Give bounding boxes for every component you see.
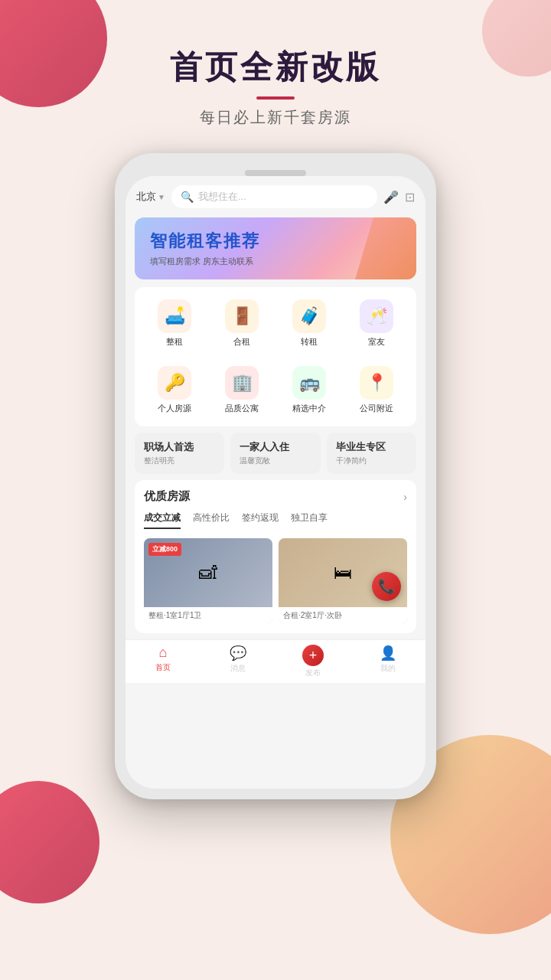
city-selector[interactable]: 北京 ▼	[136, 190, 165, 204]
apartment-icon: 🏢	[225, 366, 259, 400]
tab-chengjiao[interactable]: 成交立减	[144, 511, 181, 529]
bottom-nav: ⌂ 首页 💬 消息 + 发布 👤 我的	[126, 639, 425, 683]
main-title: 首页全新改版	[0, 46, 551, 89]
search-bar: 北京 ▼ 🔍 我想住在... 🎤 ⊡	[126, 176, 425, 217]
nearby-label: 公司附近	[360, 403, 393, 414]
search-placeholder: 我想住在...	[198, 190, 246, 204]
feature-workplace-title: 职场人首选	[144, 440, 215, 454]
mine-label: 我的	[380, 663, 396, 674]
listing-badge-1: 立减800	[148, 543, 181, 556]
phone-mockup: 北京 ▼ 🔍 我想住在... 🎤 ⊡ 智能租客推荐	[115, 153, 436, 799]
home-icon: ⌂	[159, 645, 168, 661]
message-icon: 💬	[230, 645, 246, 662]
quality-title: 优质房源	[144, 489, 190, 504]
smart-banner[interactable]: 智能租客推荐 填写租房需求 房东主动联系	[135, 217, 416, 279]
zhengzu-icon: 🛋️	[158, 299, 191, 333]
scan-icon[interactable]: ⊡	[405, 190, 415, 204]
category-item-hezu[interactable]: 🚪 合租	[211, 293, 272, 354]
call-button[interactable]: 📞	[372, 572, 401, 601]
feature-workplace-subtitle: 整洁明亮	[144, 456, 215, 466]
agent-icon: 🚌	[292, 366, 326, 400]
feature-workplace[interactable]: 职场人首选 整洁明亮	[135, 433, 224, 474]
shiyou-label: 室友	[368, 336, 385, 348]
quality-arrow-icon[interactable]: ›	[403, 491, 407, 503]
category-item-agent[interactable]: 🚌 精选中介	[279, 360, 340, 420]
subtitle: 每日必上新千套房源	[0, 107, 551, 128]
publish-icon: +	[302, 645, 324, 666]
nav-message[interactable]: 💬 消息	[201, 645, 276, 678]
tab-duwei[interactable]: 独卫自享	[291, 511, 328, 529]
feature-graduate[interactable]: 毕业生专区 干净简约	[327, 433, 416, 474]
shiyou-icon: 🥂	[360, 299, 393, 333]
feature-family-title: 一家人入住	[240, 440, 311, 454]
personal-label: 个人房源	[158, 403, 191, 414]
title-underline	[256, 96, 295, 100]
nav-mine[interactable]: 👤 我的	[350, 645, 425, 678]
nav-home[interactable]: ⌂ 首页	[126, 645, 201, 678]
city-name: 北京	[136, 190, 156, 204]
search-input-box[interactable]: 🔍 我想住在...	[171, 185, 377, 208]
listing-cards: 🛋 立减800 整租·1室1厅1卫 🛏 合租·2室1厅·次卧 📞	[144, 538, 407, 624]
zhengzu-label: 整租	[166, 336, 183, 348]
category-item-zhuanzu[interactable]: 🧳 转租	[279, 293, 340, 354]
message-label: 消息	[230, 663, 246, 674]
category-item-personal[interactable]: 🔑 个人房源	[144, 360, 205, 420]
hezu-icon: 🚪	[225, 299, 259, 333]
category-item-zhengzu[interactable]: 🛋️ 整租	[144, 293, 205, 354]
publish-label: 发布	[305, 668, 321, 678]
mic-icon[interactable]: 🎤	[383, 190, 399, 204]
nearby-icon: 📍	[360, 366, 393, 400]
agent-label: 精选中介	[292, 403, 326, 414]
category-item-nearby[interactable]: 📍 公司附近	[346, 360, 407, 420]
hezu-label: 合租	[233, 336, 250, 348]
feature-banners: 职场人首选 整洁明亮 一家人入住 温馨宽敞 毕业生专区 干净简约	[135, 433, 416, 474]
quality-section: 优质房源 › 成交立减 高性价比 签约返现 独卫自享 🛋 立减800 整租·1室	[135, 480, 416, 633]
quality-header: 优质房源 ›	[144, 489, 407, 504]
banner-title: 智能租客推荐	[150, 230, 401, 253]
home-label: 首页	[155, 662, 171, 673]
listing-desc-2: 合租·2室1厅·次卧	[279, 607, 407, 624]
banner-decoration	[355, 217, 416, 279]
tab-qianyue[interactable]: 签约返现	[242, 511, 279, 529]
listing-desc-1: 整租·1室1厅1卫	[144, 607, 272, 624]
feature-family[interactable]: 一家人入住 温馨宽敞	[230, 433, 320, 474]
category-item-apartment[interactable]: 🏢 品质公寓	[211, 360, 272, 420]
app-content: 北京 ▼ 🔍 我想住在... 🎤 ⊡ 智能租客推荐	[126, 176, 425, 789]
search-actions: 🎤 ⊡	[383, 190, 415, 204]
phone-screen: 北京 ▼ 🔍 我想住在... 🎤 ⊡ 智能租客推荐	[126, 176, 425, 789]
search-icon: 🔍	[181, 191, 194, 203]
quality-tabs: 成交立减 高性价比 签约返现 独卫自享	[144, 511, 407, 529]
phone-frame: 北京 ▼ 🔍 我想住在... 🎤 ⊡ 智能租客推荐	[115, 153, 436, 799]
bg-decor-bottom-left	[0, 781, 99, 903]
category-icon-grid: 🛋️ 整租 🚪 合租 🧳 转租 🥂 室友	[135, 287, 416, 426]
apartment-label: 品质公寓	[225, 403, 259, 414]
personal-icon: 🔑	[158, 366, 191, 400]
header-section: 首页全新改版 每日必上新千套房源	[0, 0, 551, 128]
zhuanzu-icon: 🧳	[292, 299, 326, 333]
feature-graduate-subtitle: 干净简约	[336, 456, 407, 466]
feature-graduate-title: 毕业生专区	[336, 440, 407, 454]
city-arrow-icon: ▼	[158, 193, 165, 201]
profile-icon: 👤	[380, 645, 396, 662]
tab-gaoxing[interactable]: 高性价比	[193, 511, 230, 529]
phone-notch	[245, 170, 306, 176]
nav-publish[interactable]: + 发布	[276, 645, 350, 678]
feature-family-subtitle: 温馨宽敞	[240, 456, 311, 466]
zhuanzu-label: 转租	[301, 336, 318, 348]
category-item-shiyo[interactable]: 🥂 室友	[346, 293, 407, 354]
listing-card-1[interactable]: 🛋 立减800 整租·1室1厅1卫	[144, 538, 272, 624]
